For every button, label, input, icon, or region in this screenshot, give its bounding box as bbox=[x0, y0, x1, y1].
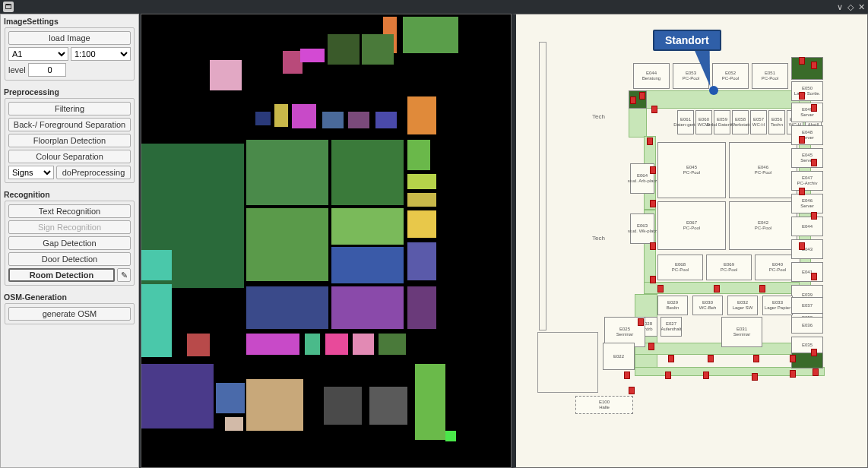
text-recognition-button[interactable]: Text Recognition bbox=[8, 204, 131, 218]
exit-sign-icon bbox=[624, 372, 630, 379]
exit-sign-icon bbox=[811, 273, 817, 280]
signs-combo[interactable]: Signs bbox=[8, 166, 54, 179]
segmentation-panel[interactable] bbox=[141, 14, 512, 468]
pencil-icon[interactable]: ✎ bbox=[117, 268, 131, 282]
minimize-icon[interactable]: ∨ bbox=[837, 2, 843, 12]
segmentation-rect bbox=[407, 286, 436, 329]
exit-sign-icon bbox=[650, 242, 656, 250]
segmentation-rect bbox=[407, 242, 436, 280]
image-settings-box: load Image A1 1:100 level bbox=[5, 27, 135, 81]
room-E031: E031Seminar bbox=[721, 317, 762, 347]
segmentation-rect bbox=[379, 334, 406, 355]
gap-detection-button[interactable]: Gap Detection bbox=[8, 236, 131, 250]
room-E036: E036 bbox=[791, 317, 823, 334]
do-preprocessing-button[interactable]: doPreprocessing bbox=[56, 166, 131, 179]
outline-bottomleft bbox=[537, 332, 598, 393]
room-E046: E046Server bbox=[791, 194, 823, 213]
room-E043: E043 bbox=[791, 239, 823, 259]
exit-sign-icon bbox=[799, 188, 805, 195]
exit-sign-icon bbox=[714, 285, 720, 292]
load-image-button[interactable]: load Image bbox=[8, 31, 131, 45]
room-E032: E032Lager SW bbox=[727, 296, 758, 315]
room-E030: E030WC-Beh bbox=[692, 296, 723, 315]
room-E052: E052PC-Pool bbox=[712, 63, 749, 89]
tech-label-1: Tech bbox=[592, 113, 605, 120]
floorplan-panel[interactable]: Standort Tech Tech E044BeratungE053PC-Po… bbox=[512, 14, 868, 468]
segmentation-rect bbox=[141, 284, 172, 357]
room-E046: E046PC-Pool bbox=[729, 142, 797, 198]
segmentation-rect bbox=[362, 34, 394, 65]
exit-sign-icon bbox=[811, 212, 817, 220]
segmentation-rect bbox=[210, 60, 242, 90]
filtering-button[interactable]: Filtering bbox=[8, 102, 131, 115]
exit-sign-icon bbox=[759, 285, 765, 292]
exit-sign-icon bbox=[650, 276, 656, 283]
segmentation-rect bbox=[216, 383, 245, 413]
hallway-stub1 bbox=[644, 209, 656, 210]
segmentation-rect bbox=[246, 379, 303, 431]
room-detection-button[interactable]: Room Detection bbox=[8, 268, 115, 282]
exit-sign-icon bbox=[811, 104, 817, 112]
door-detection-button[interactable]: Door Detection bbox=[8, 252, 131, 266]
exit-sign-icon bbox=[799, 57, 805, 65]
room-E051: E051PC-Pool bbox=[752, 63, 788, 89]
room-hall: E100Halle bbox=[575, 396, 633, 414]
preprocessing-box: Filtering Back-/ Foreground Separation F… bbox=[5, 98, 135, 183]
segmentation-rect bbox=[141, 364, 214, 428]
hallway-mid bbox=[644, 282, 809, 294]
titlebar: 🗔 ∨ ◇ ✕ bbox=[0, 0, 868, 14]
room-E049: E049Server bbox=[791, 103, 823, 122]
exit-sign-icon bbox=[799, 242, 805, 250]
exit-sign-icon bbox=[752, 373, 758, 381]
window-controls: ∨ ◇ ✕ bbox=[837, 2, 865, 12]
colour-separation-button[interactable]: Colour Separation bbox=[8, 150, 131, 163]
workspace: ImageSettings load Image A1 1:100 level … bbox=[0, 14, 868, 468]
floorplan-detection-button[interactable]: Floorplan Detection bbox=[8, 134, 131, 147]
close-icon[interactable]: ✕ bbox=[858, 2, 865, 12]
exit-sign-icon bbox=[630, 96, 636, 104]
segmentation-rect bbox=[375, 112, 397, 128]
bgfg-button[interactable]: Back-/ Foreground Separation bbox=[8, 118, 131, 131]
room-E056: E056Techn bbox=[768, 110, 785, 134]
image-settings-label: ImageSettings bbox=[1, 14, 138, 26]
segmentation-rect bbox=[407, 96, 436, 134]
segmentation-rect bbox=[407, 174, 436, 189]
segmentation-rect bbox=[325, 334, 348, 355]
recognition-box: Text Recognition Sign Recognition Gap De… bbox=[5, 201, 135, 286]
exit-sign-icon bbox=[638, 318, 644, 326]
exit-sign-icon bbox=[650, 200, 656, 207]
scale-combo[interactable]: 1:100 bbox=[71, 47, 131, 61]
room-E048: E048Server bbox=[791, 125, 823, 145]
room-E033: E033Lager Papier bbox=[762, 296, 793, 315]
room-E035: E035 bbox=[791, 337, 823, 353]
room-E063: E063stud. Wk-platz bbox=[630, 213, 654, 244]
exit-sign-icon bbox=[811, 159, 817, 166]
exit-sign-icon bbox=[668, 355, 674, 362]
sign-recognition-button[interactable]: Sign Recognition bbox=[8, 220, 131, 234]
maximize-icon[interactable]: ◇ bbox=[847, 2, 854, 12]
segmentation-rect bbox=[300, 49, 325, 62]
generate-osm-button[interactable]: generate OSM bbox=[8, 307, 131, 321]
paper-size-combo[interactable]: A1 bbox=[8, 47, 68, 61]
segmentation-rect bbox=[225, 417, 243, 431]
room-E068: E068PC-Pool bbox=[657, 255, 703, 280]
room-E069: E069PC-Pool bbox=[706, 255, 752, 280]
segmentation-rect bbox=[407, 210, 436, 238]
segmentation-rect bbox=[274, 104, 288, 127]
osm-box: generate OSM bbox=[5, 303, 135, 324]
standort-dot-icon bbox=[709, 86, 718, 95]
exit-sign-icon bbox=[799, 136, 805, 144]
segmentation-rect bbox=[305, 334, 320, 355]
exit-sign-icon bbox=[790, 355, 796, 362]
osm-label: OSM-Generation bbox=[1, 290, 138, 302]
level-spinner[interactable] bbox=[28, 63, 66, 77]
segmentation-rect bbox=[407, 140, 430, 170]
exit-sign-icon bbox=[811, 349, 817, 356]
tech-label-2: Tech bbox=[592, 235, 605, 242]
room-E044: E044Beratung bbox=[633, 63, 670, 89]
room-E037: E037 bbox=[791, 297, 823, 314]
segmentation-rect bbox=[322, 112, 344, 128]
segmentation-rect bbox=[331, 140, 404, 205]
room-E041: E041 bbox=[791, 262, 823, 282]
exit-sign-icon bbox=[629, 387, 635, 394]
